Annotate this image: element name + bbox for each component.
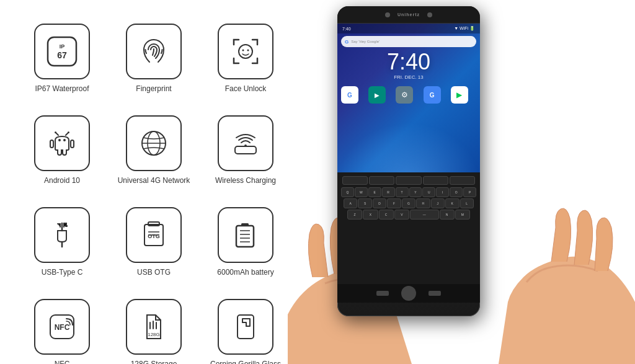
phone-keyboard-area: Q W E R T Y U I O P A S D F G H J K L (337, 172, 480, 284)
face-unlock-icon (229, 35, 262, 68)
svg-rect-25 (236, 226, 254, 247)
key-b[interactable]: — (410, 210, 439, 220)
feature-usb-otg: OTG USB OTG (110, 196, 197, 283)
status-icons: ▼ WiFi 🔋 (454, 26, 475, 31)
screen-clock: 7:40 FRI. DEC. 13 (337, 51, 480, 80)
fingerprint-icon (137, 35, 171, 68)
storage-icon: 128G (137, 310, 171, 344)
key-q[interactable]: Q (341, 187, 354, 197)
google-app2[interactable]: G (424, 86, 441, 104)
key-h[interactable]: H (416, 198, 430, 208)
clock-time-display: 7:40 (337, 51, 480, 73)
google-app[interactable]: G (341, 86, 358, 104)
wireless-charging-icon-box (218, 115, 273, 171)
key-t[interactable]: T (396, 187, 409, 197)
feature-ip67: IP 67 IP67 Waterproof (19, 12, 105, 99)
recent-button[interactable] (429, 291, 441, 296)
key-m[interactable]: M (455, 210, 470, 220)
svg-text:128G: 128G (148, 332, 160, 337)
svg-point-7 (55, 131, 56, 133)
key-a[interactable]: A (344, 198, 357, 208)
svg-rect-19 (65, 225, 68, 227)
key-k[interactable]: K (445, 198, 459, 208)
feature-usb-c: USB-Type C (19, 196, 105, 283)
svg-rect-17 (235, 146, 256, 154)
phone-top-bar: Unihertz (337, 6, 480, 24)
key-d[interactable]: D (373, 198, 386, 208)
feature-face-unlock: Face Unlock (202, 12, 289, 99)
back-button[interactable] (376, 291, 389, 296)
feature-wireless-charging: Wireless Charging (202, 104, 289, 191)
key-z[interactable]: Z (347, 210, 362, 220)
key-v[interactable]: V (394, 210, 409, 220)
usb-otg-icon-box: OTG (126, 207, 182, 263)
svg-point-5 (247, 50, 249, 51)
android-icon (45, 127, 79, 160)
usb-c-label: USB-Type C (42, 268, 83, 278)
battery-icon-box (218, 207, 273, 263)
ip67-icon-box: IP 67 (34, 24, 90, 79)
key-w[interactable]: W (355, 187, 368, 197)
face-unlock-label: Face Unlock (225, 84, 267, 94)
key-x[interactable]: X (363, 210, 378, 220)
nfc-icon: NFC (45, 310, 79, 344)
clock-date-display: FRI. DEC. 13 (337, 74, 480, 80)
nav-key-1[interactable] (342, 176, 368, 185)
home-button[interactable] (401, 286, 416, 301)
svg-line-8 (66, 133, 68, 135)
svg-rect-12 (50, 140, 53, 148)
front-camera (385, 12, 390, 17)
svg-point-9 (68, 131, 69, 133)
svg-text:OTG: OTG (148, 233, 160, 239)
keyboard-nav-bar (340, 175, 477, 186)
nav-key-5[interactable] (450, 176, 475, 185)
usb-c-icon (45, 218, 79, 252)
speaker-dot (427, 12, 432, 17)
face-unlock-icon-box (218, 24, 273, 79)
key-f[interactable]: F (387, 198, 401, 208)
svg-point-11 (63, 139, 66, 141)
key-j[interactable]: J (431, 198, 445, 208)
battery-icon (229, 218, 262, 252)
google-logo: G (345, 39, 349, 45)
battery-label: 6000mAh battery (217, 268, 273, 278)
keyboard-row-asdf: A S D F G H J K L (340, 198, 477, 208)
gorilla-glass-icon (229, 310, 262, 344)
meet-app[interactable]: ▶ (368, 86, 386, 104)
nav-key-3[interactable] (396, 176, 421, 185)
key-i[interactable]: I (436, 187, 449, 197)
svg-rect-13 (71, 140, 74, 148)
key-c[interactable]: C (379, 210, 394, 220)
nav-key-4[interactable] (423, 176, 448, 185)
key-p[interactable]: P (463, 187, 476, 197)
key-r[interactable]: R (382, 187, 395, 197)
key-o[interactable]: O (450, 187, 463, 197)
key-l[interactable]: L (460, 198, 474, 208)
status-bar: 7:40 ▼ WiFi 🔋 (337, 24, 480, 33)
key-y[interactable]: Y (409, 187, 422, 197)
ip67-icon: IP 67 (45, 35, 79, 68)
fingerprint-label: Fingerprint (136, 84, 171, 94)
key-g[interactable]: G (402, 198, 415, 208)
usb-otg-label: USB OTG (137, 268, 171, 278)
play-store-app[interactable]: ▶ (451, 86, 468, 104)
svg-rect-26 (241, 223, 249, 226)
settings-app[interactable]: ⚙ (396, 86, 413, 104)
svg-text:IP: IP (60, 43, 65, 50)
key-s[interactable]: S (358, 198, 371, 208)
ip67-label: IP67 Waterproof (35, 84, 89, 94)
phone-device: Unihertz 7:40 ▼ WiFi 🔋 G Say 'Hey Google… (337, 6, 480, 316)
nfc-icon-box: NFC (34, 299, 90, 355)
usb-otg-icon: OTG (137, 218, 171, 252)
key-u[interactable]: U (422, 187, 435, 197)
search-bar[interactable]: G Say 'Hey Google' (341, 36, 476, 47)
search-placeholder: Say 'Hey Google' (351, 40, 380, 43)
android-label: Android 10 (44, 176, 80, 186)
key-e[interactable]: E (368, 187, 381, 197)
wireless-charging-icon (229, 127, 262, 160)
usb-c-icon-box (34, 207, 90, 263)
feature-gorilla-glass: Corning Gorilla Glass (202, 288, 289, 364)
nav-key-2[interactable] (369, 176, 394, 185)
keyboard-row-zxcv: Z X C V — N M (340, 210, 477, 220)
key-n[interactable]: N (440, 210, 455, 220)
